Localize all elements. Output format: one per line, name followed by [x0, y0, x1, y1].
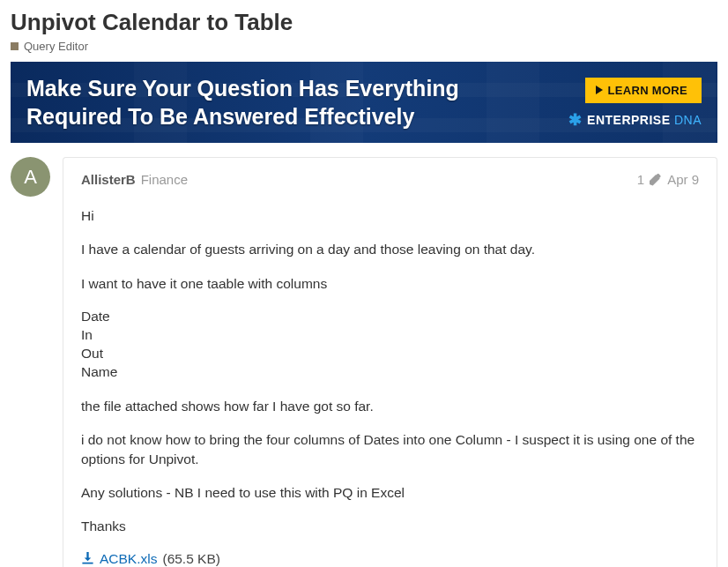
column-item: Date	[81, 308, 699, 326]
brand-logo: ✱ ENTERPRISE DNA	[568, 112, 702, 128]
column-item: Name	[81, 363, 699, 382]
column-item: In	[81, 326, 699, 345]
category-name: Query Editor	[24, 40, 88, 53]
play-icon	[596, 86, 603, 94]
post: A AllisterB Finance 1 Apr 9 Hi I have a …	[11, 157, 717, 567]
paragraph: Hi	[81, 206, 699, 225]
author-name[interactable]: AllisterB	[81, 172, 136, 187]
topic-title: Unpivot Calendar to Table	[11, 9, 717, 36]
post-body: Hi I have a calendar of guests arriving …	[81, 206, 699, 567]
paragraph: i do not know how to bring the four colu…	[81, 430, 699, 468]
learn-more-label: LEARN MORE	[608, 84, 687, 97]
category-color-icon	[11, 42, 19, 50]
column-item: Out	[81, 345, 699, 363]
pencil-icon[interactable]	[650, 174, 662, 186]
download-icon	[81, 552, 94, 565]
attachment-link[interactable]: ACBK.xls	[100, 551, 157, 567]
avatar[interactable]: A	[11, 157, 50, 197]
author-title: Finance	[141, 172, 188, 187]
post-card: AllisterB Finance 1 Apr 9 Hi I have a ca…	[63, 157, 717, 567]
attachment-size: (65.5 KB)	[162, 551, 219, 567]
edit-count[interactable]: 1	[637, 172, 644, 187]
paragraph: Any solutions - NB I need to use this wi…	[81, 483, 699, 502]
post-header: AllisterB Finance 1 Apr 9	[81, 172, 699, 187]
paragraph: Thanks	[81, 517, 699, 535]
banner-headline: Make Sure Your Question Has Everything R…	[26, 74, 568, 131]
paragraph: I want to have it one taable with column…	[81, 274, 699, 293]
announcement-banner[interactable]: Make Sure Your Question Has Everything R…	[11, 62, 717, 143]
paragraph: I have a calendar of guests arriving on …	[81, 240, 699, 258]
atom-icon: ✱	[568, 112, 583, 128]
category-badge[interactable]: Query Editor	[11, 40, 717, 53]
post-date[interactable]: Apr 9	[667, 172, 699, 187]
paragraph: the file attached shows how far I have g…	[81, 397, 699, 415]
attachment: ACBK.xls (65.5 KB)	[81, 551, 699, 567]
learn-more-button[interactable]: LEARN MORE	[585, 78, 702, 103]
